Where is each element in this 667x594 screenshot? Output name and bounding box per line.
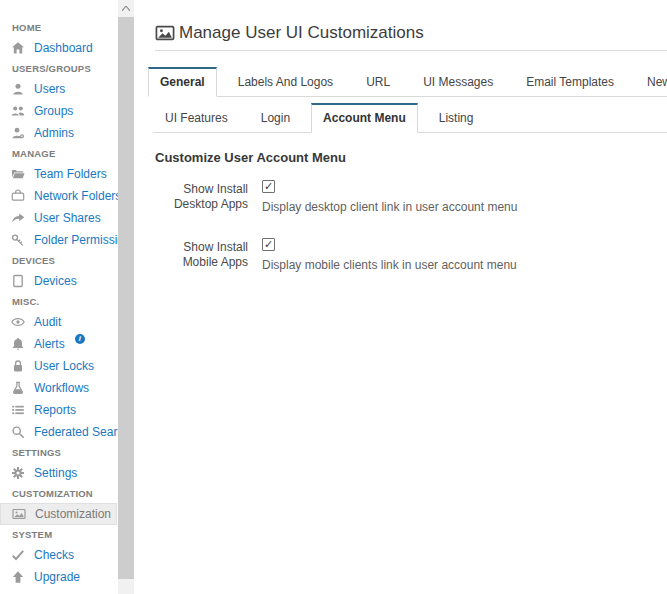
tab-general[interactable]: General	[148, 67, 217, 97]
sidebar-item-devices[interactable]: Devices	[0, 270, 118, 292]
sidebar-item-alerts[interactable]: Alertsi	[0, 333, 118, 355]
sidebar-item-label: Reports	[34, 403, 76, 417]
show-install-desktop-apps-checkbox[interactable]: ✓	[262, 180, 275, 193]
admin-portal-window: HOME Dashboard USERS/GROUPS Users Groups…	[0, 0, 667, 594]
sidebar-item-label: Customization	[35, 507, 111, 521]
account-menu-form: Show Install Desktop Apps ✓ Display desk…	[155, 180, 667, 272]
sidebar-section-misc: MISC.	[0, 292, 118, 311]
section-heading: Customize User Account Menu	[155, 150, 667, 165]
subtab-listing[interactable]: Listing	[427, 104, 486, 133]
lock-icon	[11, 359, 25, 373]
sidebar-item-label: Workflows	[34, 381, 89, 395]
key-icon	[11, 233, 25, 247]
tab-ui-messages[interactable]: UI Messages	[411, 68, 505, 97]
sidebar-item-label: Checks	[34, 548, 74, 562]
form-row-show-install-mobile-apps: Show Install Mobile Apps ✓ Display mobil…	[155, 238, 667, 272]
alerts-info-badge: i	[75, 334, 85, 344]
share-arrow-icon	[11, 211, 25, 225]
page-header: Manage User UI Customizations	[134, 0, 667, 46]
sidebar-item-label: Network Folders	[34, 189, 118, 203]
home-icon	[11, 41, 25, 55]
show-install-mobile-apps-checkbox[interactable]: ✓	[262, 238, 275, 251]
tab-news-feed[interactable]: News Feed	[635, 68, 667, 97]
subtab-ui-features[interactable]: UI Features	[153, 104, 240, 133]
eye-icon	[11, 315, 25, 329]
sidebar-section-devices: DEVICES	[0, 251, 118, 270]
tab-labels-and-logos[interactable]: Labels And Logos	[226, 68, 345, 97]
sidebar-item-upgrade[interactable]: Upgrade	[0, 566, 118, 588]
subtab-login[interactable]: Login	[249, 104, 302, 133]
sidebar-nav: HOME Dashboard USERS/GROUPS Users Groups…	[0, 0, 118, 594]
main-content: Manage User UI Customizations General La…	[134, 0, 667, 594]
folder-open-icon	[11, 167, 25, 181]
admin-users-icon	[11, 126, 25, 140]
sidebar-item-user-shares[interactable]: User Shares	[0, 207, 118, 229]
sidebar-item-audit[interactable]: Audit	[0, 311, 118, 333]
main-tab-bar: General Labels And Logos URL UI Messages…	[148, 66, 667, 97]
scrollbar-up-arrow-icon[interactable]	[118, 0, 134, 17]
tab-email-templates[interactable]: Email Templates	[514, 68, 626, 97]
gear-icon	[11, 466, 25, 480]
sidebar-item-label: Audit	[34, 315, 61, 329]
sidebar-item-label: Alerts	[34, 337, 65, 351]
checkmark-icon	[11, 548, 25, 562]
sidebar-item-network-folders[interactable]: Network Folders	[0, 185, 118, 207]
sidebar-item-checks[interactable]: Checks	[0, 544, 118, 566]
sidebar-item-label: Groups	[34, 104, 73, 118]
network-drive-icon	[11, 189, 25, 203]
sidebar-section-customization: CUSTOMIZATION	[0, 484, 118, 503]
sidebar-item-label: Dashboard	[34, 41, 93, 55]
sidebar-item-label: Federated Search	[34, 425, 118, 439]
sidebar-item-label: Admins	[34, 126, 74, 140]
user-icon	[11, 82, 25, 96]
flask-icon	[11, 381, 25, 395]
header-divider	[155, 50, 667, 51]
sidebar-item-label: User Shares	[34, 211, 101, 225]
checkmark-glyph: ✓	[264, 239, 273, 250]
sidebar-item-workflows[interactable]: Workflows	[0, 377, 118, 399]
checkmark-glyph: ✓	[264, 181, 273, 192]
tab-url[interactable]: URL	[354, 68, 402, 97]
sidebar-item-label: Team Folders	[34, 167, 107, 181]
sub-tab-bar: UI Features Login Account Menu Listing	[153, 102, 667, 133]
sidebar-item-label: Settings	[34, 466, 77, 480]
subtab-account-menu[interactable]: Account Menu	[311, 103, 418, 133]
sidebar-section-system: SYSTEM	[0, 525, 118, 544]
form-row-show-install-desktop-apps: Show Install Desktop Apps ✓ Display desk…	[155, 180, 667, 214]
sidebar-item-federated-search[interactable]: Federated Search	[0, 421, 118, 443]
sidebar-item-users[interactable]: Users	[0, 78, 118, 100]
list-icon	[11, 403, 25, 417]
sidebar-item-label: Folder Permissions	[34, 233, 118, 247]
sidebar-item-dashboard[interactable]: Dashboard	[0, 37, 118, 59]
sidebar-item-team-folders[interactable]: Team Folders	[0, 163, 118, 185]
sidebar-item-customization[interactable]: Customization	[0, 503, 117, 525]
sidebar-item-folder-permissions[interactable]: Folder Permissions	[0, 229, 118, 251]
field-label: Show Install Mobile Apps	[155, 238, 248, 272]
sidebar-section-settings: SETTINGS	[0, 443, 118, 462]
arrow-up-icon	[11, 570, 25, 584]
sidebar-item-user-locks[interactable]: User Locks	[0, 355, 118, 377]
sidebar-section-home: HOME	[0, 18, 118, 37]
page-title-image-icon	[155, 23, 175, 43]
field-help-text: Display desktop client link in user acco…	[262, 200, 517, 214]
field-help-text: Display mobile clients link in user acco…	[262, 258, 517, 272]
sidebar-section-users-groups: USERS/GROUPS	[0, 59, 118, 78]
tablet-icon	[11, 274, 25, 288]
field-label: Show Install Desktop Apps	[155, 180, 248, 214]
sidebar-item-label: Users	[34, 82, 65, 96]
bell-icon	[11, 337, 25, 351]
field-control: ✓ Display mobile clients link in user ac…	[262, 238, 517, 272]
users-group-icon	[11, 104, 25, 118]
sidebar-item-settings[interactable]: Settings	[0, 462, 118, 484]
sidebar-item-label: User Locks	[34, 359, 94, 373]
sidebar-item-label: Upgrade	[34, 570, 80, 584]
page-title: Manage User UI Customizations	[179, 23, 424, 43]
scrollbar-thumb[interactable]	[118, 17, 134, 579]
sidebar-item-label: Devices	[34, 274, 77, 288]
sidebar-item-admins[interactable]: Admins	[0, 122, 118, 144]
magnifier-icon	[11, 425, 25, 439]
sidebar-item-groups[interactable]: Groups	[0, 100, 118, 122]
field-control: ✓ Display desktop client link in user ac…	[262, 180, 517, 214]
sidebar-scrollbar[interactable]	[118, 0, 134, 594]
sidebar-item-reports[interactable]: Reports	[0, 399, 118, 421]
